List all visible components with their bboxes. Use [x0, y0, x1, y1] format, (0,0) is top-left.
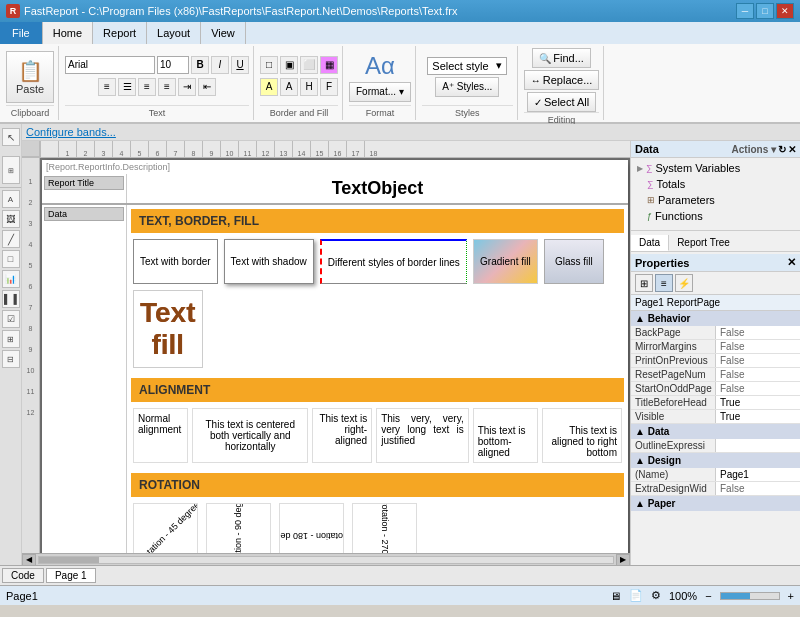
prop-group-design[interactable]: ▲ Design	[631, 453, 800, 468]
report-title-content: TextObject	[127, 174, 628, 203]
styles-content: Select style▾ A⁺ Styles...	[422, 48, 513, 105]
align-center-button[interactable]: ☰	[118, 78, 136, 96]
ribbon-tabs: File Home Report Layout View	[0, 22, 800, 44]
tab-view[interactable]: View	[201, 22, 246, 44]
horizontal-scrollbar[interactable]: ◀ ▶	[22, 553, 630, 565]
select-all-button[interactable]: ✓ Select All	[527, 92, 596, 112]
font-size-box[interactable]: 10	[157, 56, 189, 74]
section-header-align: ALIGNMENT	[131, 378, 624, 402]
vr-4: 4	[29, 241, 33, 248]
highlight-btn[interactable]: H	[300, 78, 318, 96]
right-panel: Data Actions ▾ ↻ ✕ ▶ ∑ System Variables	[630, 141, 800, 565]
ruler: 1 2 3 4 5 6 7 8 9 10 11 12 13 14	[22, 141, 630, 158]
vr-9: 9	[29, 346, 33, 353]
align-justify-button[interactable]: ≡	[158, 78, 176, 96]
indent-button[interactable]: ⇥	[178, 78, 196, 96]
find-button[interactable]: 🔍 Find...	[532, 48, 591, 68]
scroll-right-button[interactable]: ▶	[616, 554, 630, 566]
zipcode-tool[interactable]: ⊞	[2, 330, 20, 348]
props-sort-btn[interactable]: ⊞	[635, 274, 653, 292]
picture-tool[interactable]: 🖼	[2, 210, 20, 228]
tab-file[interactable]: File	[0, 22, 43, 44]
tree-item-totals[interactable]: ∑ Totals	[643, 176, 798, 192]
data-actions-label[interactable]: Actions ▾	[732, 144, 776, 155]
tree-item-system-vars[interactable]: ▶ ∑ System Variables	[633, 160, 798, 176]
vr-8: 8	[29, 325, 33, 332]
configure-bands-bar: Configure bands...	[22, 124, 800, 141]
prop-group-behavior[interactable]: ▲ Behavior	[631, 311, 800, 326]
prop-group-data[interactable]: ▲ Data	[631, 424, 800, 439]
scroll-thumb[interactable]	[39, 557, 99, 563]
shape-tool[interactable]: □	[2, 250, 20, 268]
format-icon[interactable]: Aα	[365, 52, 395, 80]
paste-button[interactable]: 📋 Paste	[6, 51, 54, 103]
props-close-icon[interactable]: ✕	[787, 256, 796, 269]
zoom-increase-button[interactable]: +	[788, 590, 794, 602]
format-label: Format	[349, 105, 411, 118]
fill-btn[interactable]: ▦	[320, 56, 338, 74]
align-right-button[interactable]: ≡	[138, 78, 156, 96]
tab-code[interactable]: Code	[2, 568, 44, 583]
tab-home[interactable]: Home	[43, 22, 93, 44]
zoom-decrease-button[interactable]: −	[705, 590, 711, 602]
replace-button[interactable]: ↔ Replace...	[524, 70, 600, 90]
window-controls[interactable]: ─ □ ✕	[736, 3, 794, 19]
data-close-icon[interactable]: ✕	[788, 144, 796, 155]
styles-label: Styles	[422, 105, 513, 118]
main-area: ↖ ⊞ A 🖼 ╱ □ 📊 ▌▐ ☑ ⊞ ⊟ Configure bands..…	[0, 124, 800, 565]
tree-item-parameters[interactable]: ⊞ Parameters	[643, 192, 798, 208]
props-toolbar: ⊞ ≡ ⚡	[631, 272, 800, 295]
chart-tool[interactable]: 📊	[2, 270, 20, 288]
color-btn-1[interactable]: A	[260, 78, 278, 96]
tab-layout[interactable]: Layout	[147, 22, 201, 44]
prop-visible: VisibleTrue	[631, 410, 800, 424]
tree-item-functions[interactable]: ƒ Functions	[643, 208, 798, 224]
configure-bands-button[interactable]: ⊞	[2, 156, 20, 184]
check-tool[interactable]: ☑	[2, 310, 20, 328]
cell-tool[interactable]: ⊟	[2, 350, 20, 368]
configure-bands-label[interactable]: Configure bands...	[26, 126, 116, 138]
color-btn-2[interactable]: A	[280, 78, 298, 96]
data-refresh-icon[interactable]: ↻	[778, 144, 786, 155]
format-dropdown[interactable]: Format... ▾	[349, 82, 411, 102]
outdent-button[interactable]: ⇤	[198, 78, 216, 96]
scroll-left-button[interactable]: ◀	[22, 554, 36, 566]
app-icon: R	[6, 4, 20, 18]
format-btn-extra[interactable]: F	[320, 78, 338, 96]
ruler-5: 5	[130, 141, 148, 157]
close-button[interactable]: ✕	[776, 3, 794, 19]
tab-report-tree[interactable]: Report Tree	[669, 235, 738, 251]
tab-data[interactable]: Data	[631, 235, 669, 251]
italic-button[interactable]: I	[211, 56, 229, 74]
style-select[interactable]: Select style▾	[427, 57, 507, 75]
ruler-9: 9	[202, 141, 220, 157]
border-btn-3[interactable]: ⬜	[300, 56, 318, 74]
styles-group: Select style▾ A⁺ Styles... Styles	[418, 46, 518, 120]
props-cat-btn[interactable]: ≡	[655, 274, 673, 292]
report-title-band-label: Report Title	[42, 174, 127, 203]
props-events-btn[interactable]: ⚡	[675, 274, 693, 292]
align-left-button[interactable]: ≡	[98, 78, 116, 96]
styles-button[interactable]: A⁺ Styles...	[435, 77, 499, 97]
ruler-16: 16	[328, 141, 346, 157]
text-tool[interactable]: A	[2, 190, 20, 208]
band-label-report-title[interactable]: Report Title	[44, 176, 124, 190]
font-name-box[interactable]: Arial	[65, 56, 155, 74]
tab-report[interactable]: Report	[93, 22, 147, 44]
band-label-data[interactable]: Data	[44, 207, 124, 221]
minimize-button[interactable]: ─	[736, 3, 754, 19]
rot-180-box: Text rotation - 180 degrees	[279, 503, 344, 553]
maximize-button[interactable]: □	[756, 3, 774, 19]
border-btn-1[interactable]: □	[260, 56, 278, 74]
line-tool[interactable]: ╱	[2, 230, 20, 248]
section-header-rotation: ROTATION	[131, 473, 624, 497]
select-tool[interactable]: ↖	[2, 128, 20, 146]
bold-button[interactable]: B	[191, 56, 209, 74]
border-btn-2[interactable]: ▣	[280, 56, 298, 74]
zoom-slider[interactable]	[720, 592, 780, 600]
underline-button[interactable]: U	[231, 56, 249, 74]
barcode-tool[interactable]: ▌▐	[2, 290, 20, 308]
tab-page1[interactable]: Page 1	[46, 568, 96, 583]
ruler-7: 7	[166, 141, 184, 157]
prop-group-paper[interactable]: ▲ Paper	[631, 496, 800, 511]
